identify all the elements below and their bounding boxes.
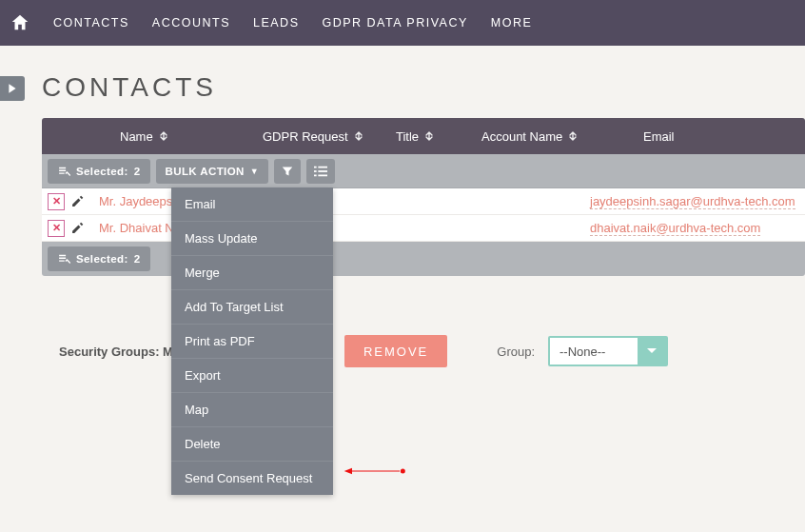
nav-leads[interactable]: LEADS — [242, 16, 311, 30]
sort-icon — [424, 130, 434, 142]
sort-icon — [159, 130, 168, 142]
group-select-wrap: Group: — [497, 336, 668, 366]
menu-map[interactable]: Map — [171, 392, 333, 426]
bulk-action-button[interactable]: BULK ACTION ▼ — [156, 159, 269, 184]
col-email-label: Email — [643, 129, 675, 144]
edit-row-icon[interactable] — [70, 195, 88, 208]
list-footer: Selected:2 — [42, 242, 805, 276]
svg-rect-1 — [318, 166, 327, 167]
sort-icon — [568, 130, 578, 142]
col-title[interactable]: Title — [396, 129, 481, 144]
selected-button[interactable]: Selected:2 — [48, 159, 150, 184]
col-email[interactable]: Email — [643, 129, 675, 144]
delete-row-icon[interactable]: ✕ — [48, 193, 65, 210]
row-email[interactable]: jaydeepsinh.sagar@urdhva-tech.com — [590, 194, 795, 209]
filter-button[interactable] — [274, 159, 301, 184]
side-flyout-toggle[interactable] — [0, 76, 25, 101]
nav-accounts[interactable]: ACCOUNTS — [141, 16, 242, 30]
selected-label: Selected: — [76, 253, 128, 265]
menu-send-consent[interactable]: Send Consent Request — [171, 461, 333, 495]
svg-rect-5 — [318, 174, 327, 176]
selected-count: 2 — [134, 253, 141, 265]
remove-button[interactable]: REMOVE — [344, 335, 447, 367]
home-icon[interactable] — [10, 12, 30, 33]
menu-email[interactable]: Email — [171, 187, 333, 221]
svg-rect-3 — [318, 170, 327, 172]
menu-mass-update[interactable]: Mass Update — [171, 221, 333, 255]
list-rows: ✕ Mr. Jaydeepsin jaydeepsinh.sagar@urdhv… — [42, 188, 805, 242]
col-gdpr[interactable]: GDPR Request — [263, 129, 396, 144]
bulk-action-label: BULK ACTION — [166, 166, 245, 177]
table-row: ✕ Mr. Dhaivat Na dhaivat.naik@urdhva-tec… — [42, 215, 805, 242]
nav-gdpr[interactable]: GDPR DATA PRIVACY — [310, 16, 479, 30]
svg-rect-4 — [314, 174, 317, 176]
top-nav: CONTACTS ACCOUNTS LEADS GDPR DATA PRIVAC… — [0, 0, 805, 46]
col-title-label: Title — [396, 129, 419, 144]
col-gdpr-label: GDPR Request — [263, 129, 348, 144]
col-account[interactable]: Account Name — [481, 129, 643, 144]
delete-row-icon[interactable]: ✕ — [48, 220, 65, 237]
selected-label: Selected: — [76, 166, 128, 177]
svg-point-14 — [401, 469, 405, 474]
bulk-action-menu: Email Mass Update Merge Add To Target Li… — [171, 187, 333, 495]
menu-delete[interactable]: Delete — [171, 426, 333, 461]
col-name[interactable]: Name — [120, 129, 263, 144]
table-row: ✕ Mr. Jaydeepsin jaydeepsinh.sagar@urdhv… — [42, 188, 805, 215]
nav-contacts[interactable]: CONTACTS — [42, 16, 141, 30]
column-header-row: Name GDPR Request Title Account Name — [42, 118, 805, 154]
edit-row-icon[interactable] — [70, 222, 88, 235]
group-select-value[interactable] — [550, 338, 638, 365]
svg-rect-2 — [314, 170, 317, 172]
svg-rect-0 — [314, 166, 317, 167]
columns-button[interactable] — [306, 159, 335, 184]
menu-add-target-list[interactable]: Add To Target List — [171, 289, 333, 324]
list-toolbar: Selected:2 BULK ACTION ▼ — [42, 154, 805, 188]
group-select[interactable] — [548, 336, 668, 366]
menu-export[interactable]: Export — [171, 358, 333, 392]
svg-marker-13 — [344, 468, 352, 475]
col-name-label: Name — [120, 129, 153, 144]
annotation-arrow — [343, 466, 409, 476]
menu-print-pdf[interactable]: Print as PDF — [171, 324, 333, 358]
menu-merge[interactable]: Merge — [171, 255, 333, 289]
selected-count: 2 — [134, 166, 141, 177]
row-email[interactable]: dhaivat.naik@urdhva-tech.com — [590, 221, 760, 236]
col-account-label: Account Name — [481, 129, 562, 144]
security-label: Security Groups: M — [59, 345, 173, 359]
chevron-down-icon[interactable] — [638, 336, 666, 366]
selected-button-bottom[interactable]: Selected:2 — [48, 246, 150, 271]
group-label: Group: — [497, 345, 535, 359]
page-title: CONTACTS — [0, 46, 805, 118]
sort-icon — [354, 130, 363, 142]
nav-more[interactable]: MORE — [480, 16, 544, 30]
caret-down-icon: ▼ — [250, 167, 259, 176]
list-panel: Name GDPR Request Title Account Name — [42, 118, 805, 367]
